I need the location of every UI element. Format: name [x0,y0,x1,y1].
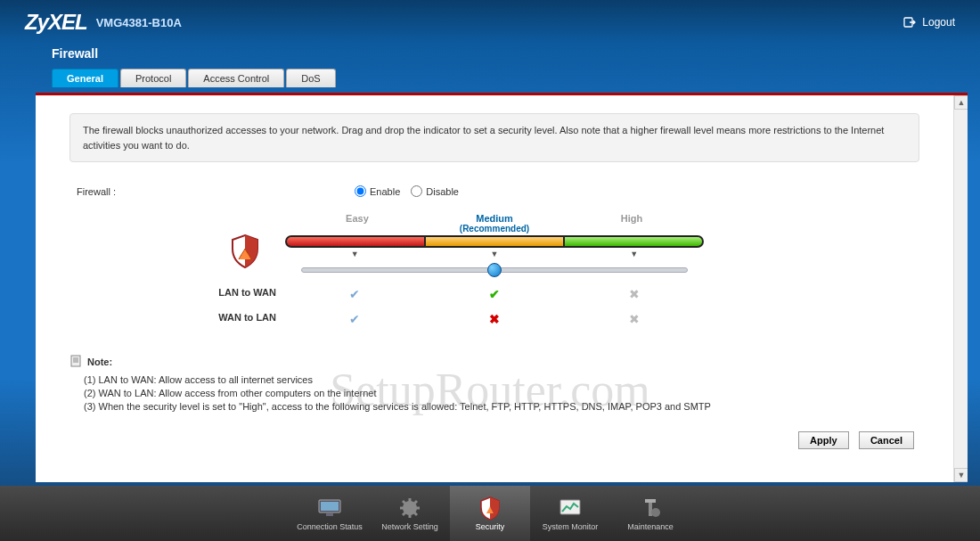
enable-radio[interactable]: Enable [355,185,400,197]
lan-wan-easy: ✔ [285,287,425,301]
level-easy-label: Easy [289,213,426,234]
nav-label: Maintenance [627,522,674,531]
note-icon [69,355,82,369]
note-header: Note: [87,357,112,367]
tab-access-control[interactable]: Access Control [188,69,284,87]
level-bar [285,235,704,248]
lan-wan-high: ✖ [564,287,704,301]
wan-lan-high: ✖ [564,312,704,326]
vertical-scrollbar[interactable]: ▲ ▼ [953,95,968,482]
lan-wan-medium: ✔ [425,287,565,301]
firewall-label: Firewall : [69,186,355,197]
header-bar: ZyXEL VMG4381-B10A Logout [0,0,980,45]
content-frame: The firewall blocks unauthorized accesse… [36,93,968,482]
svg-rect-6 [321,502,339,511]
svg-rect-16 [645,499,656,503]
info-box: The firewall blocks unauthorized accesse… [69,113,919,162]
nav-label: Network Setting [381,522,438,531]
nav-maintenance[interactable]: Maintenance [610,486,690,541]
tab-dos[interactable]: DoS [286,69,335,87]
brand-logo: ZyXEL [25,10,87,35]
logout-button[interactable]: Logout [902,15,955,29]
logout-label: Logout [922,16,955,29]
nav-label: Connection Status [297,522,363,531]
nav-connection-status[interactable]: Connection Status [290,486,370,541]
cancel-button[interactable]: Cancel [859,431,914,449]
nav-label: System Monitor [543,522,599,531]
nav-label: Security [476,522,505,531]
bar-segment-medium [426,237,565,246]
security-level-widget: Easy Medium(Recommended) High ▼▼▼ L [285,213,704,332]
nav-network-setting[interactable]: Network Setting [370,486,450,541]
note-2: (2) WAN to LAN: Allow access from other … [84,388,919,398]
shield-icon [477,496,503,520]
chart-icon [557,496,584,520]
note-block: Note: (1) LAN to WAN: Allow access to al… [69,355,919,412]
tabs: GeneralProtocolAccess ControlDoS [0,66,980,87]
nav-security[interactable]: Security [450,486,530,541]
note-1: (1) LAN to WAN: Allow access to all inte… [84,374,919,385]
firewall-row: Firewall : Enable Disable [69,185,919,197]
tools-icon [637,496,664,520]
access-matrix: LAN to WAN ✔ ✔ ✖ WAN to LAN ✔ [285,282,704,332]
svg-point-17 [651,508,660,517]
apply-button[interactable]: Apply [798,431,849,449]
slider-knob[interactable] [487,263,502,277]
wan-to-lan-label: WAN to LAN [214,312,276,323]
monitor-icon [316,496,343,520]
svg-rect-7 [326,513,333,516]
nav-system-monitor[interactable]: System Monitor [530,486,610,541]
wan-lan-easy: ✔ [285,312,425,326]
disable-radio[interactable]: Disable [411,185,459,197]
note-3: (3) When the security level is set to "H… [84,401,919,412]
scroll-area: The firewall blocks unauthorized accesse… [36,95,953,482]
tab-protocol[interactable]: Protocol [120,69,186,87]
bar-ticks: ▼▼▼ [285,250,704,258]
bar-segment-high [565,237,702,246]
shield-icon [226,233,264,270]
level-medium-label: Medium(Recommended) [426,213,563,234]
model-name: VMG4381-B10A [96,16,182,29]
page-title: Firewall [0,45,980,66]
svg-rect-1 [71,356,80,366]
wan-lan-medium: ✖ [425,312,565,326]
gear-icon [396,496,423,520]
bar-segment-easy [287,237,426,246]
bottom-nav: Connection StatusNetwork SettingSecurity… [0,486,980,541]
tab-general[interactable]: General [52,69,118,87]
scroll-up-button[interactable]: ▲ [954,95,968,110]
level-slider[interactable] [301,267,688,273]
level-high-label: High [563,213,700,234]
lan-to-wan-label: LAN to WAN [214,287,276,298]
logout-icon [902,15,917,29]
scroll-down-button[interactable]: ▼ [954,468,968,482]
